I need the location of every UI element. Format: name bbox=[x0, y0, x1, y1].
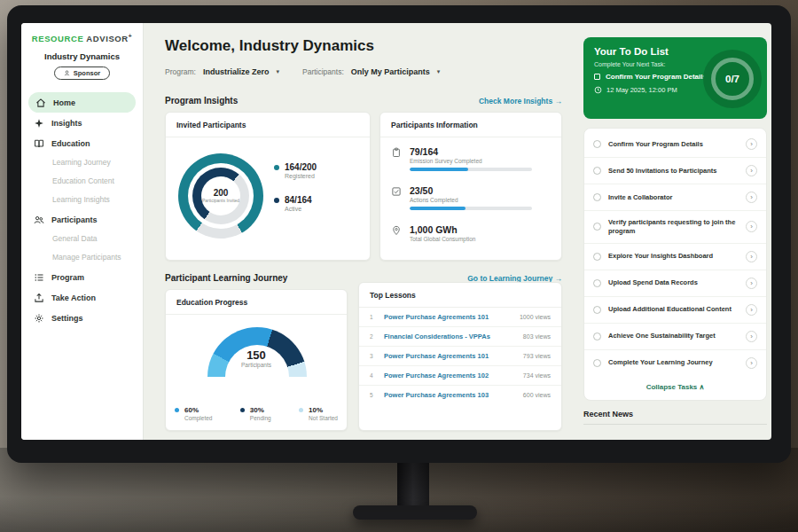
check-square-icon bbox=[391, 186, 402, 197]
participants-filter-value[interactable]: Only My Participants bbox=[351, 67, 430, 76]
sidebar-item-education-content[interactable]: Education Content bbox=[21, 172, 143, 191]
logo-plus: + bbox=[129, 33, 132, 39]
sidebar-item-general-data[interactable]: General Data bbox=[21, 230, 143, 248]
section-title: Participant Learning Journey bbox=[165, 273, 287, 283]
sponsor-badge[interactable]: Sponsor bbox=[54, 66, 110, 80]
task-row[interactable]: Verify participants requesting to join t… bbox=[584, 211, 766, 244]
chevron-right-icon[interactable]: › bbox=[746, 138, 757, 150]
participants-filter-label: Participants: bbox=[302, 67, 344, 76]
todo-tasks-card: Confirm Your Program Details › Send 50 I… bbox=[583, 128, 767, 401]
info-row-emission: 79/164 Emission Survey Completed bbox=[391, 146, 551, 171]
progress-fill bbox=[410, 207, 466, 210]
task-checkbox[interactable] bbox=[593, 167, 601, 175]
task-row[interactable]: Complete Your Learning Journey › bbox=[584, 350, 766, 376]
chevron-right-icon[interactable]: › bbox=[746, 304, 757, 316]
sidebar-item-program[interactable]: Program bbox=[21, 267, 143, 287]
chevron-down-icon[interactable]: ▾ bbox=[437, 68, 441, 75]
chevron-down-icon[interactable]: ▾ bbox=[276, 68, 279, 75]
program-filter-value[interactable]: Industrialize Zero bbox=[203, 67, 270, 76]
task-checkbox[interactable] bbox=[593, 223, 601, 231]
task-checkbox[interactable] bbox=[593, 253, 601, 261]
sidebar-item-label: Settings bbox=[51, 314, 83, 323]
chevron-right-icon[interactable]: › bbox=[746, 331, 757, 342]
top-lessons-card: Top Lessons 1 Power Purchase Agreements … bbox=[358, 282, 562, 431]
sidebar-nav: Home Insights Education Learning Journey… bbox=[21, 92, 143, 328]
legend-item-not-started: 10% Not Started bbox=[299, 406, 338, 421]
task-row[interactable]: Explore Your Insights Dashboard › bbox=[584, 244, 766, 270]
donut-legend: 164/200 Registered 84/164 Active bbox=[274, 162, 317, 212]
list-icon bbox=[34, 272, 44, 283]
task-checkbox[interactable] bbox=[593, 359, 601, 367]
collapse-tasks-link[interactable]: Collapse Tasks ∧ bbox=[584, 376, 766, 397]
sidebar-item-manage-participants[interactable]: Manage Participants bbox=[21, 248, 143, 267]
task-checkbox[interactable] bbox=[594, 74, 600, 80]
lesson-row: 4 Power Purchase Agreements 102 734 view… bbox=[359, 366, 561, 386]
sidebar-item-label: Participants bbox=[51, 215, 98, 224]
chevron-right-icon[interactable]: › bbox=[746, 357, 757, 369]
sidebar-item-education[interactable]: Education bbox=[21, 133, 143, 153]
task-row[interactable]: Send 50 Invitations to Participants › bbox=[584, 158, 766, 184]
sidebar-item-participants[interactable]: Participants bbox=[21, 209, 143, 230]
card-title: Top Lessons bbox=[359, 283, 561, 308]
info-row-actions: 23/50 Actions Completed bbox=[391, 185, 551, 210]
sidebar-item-take-action[interactable]: Take Action bbox=[21, 287, 143, 308]
task-row[interactable]: Upload Spend Data Records › bbox=[584, 270, 766, 297]
sidebar-item-insights[interactable]: Insights bbox=[21, 113, 143, 133]
card-title: Participants Information bbox=[380, 113, 561, 137]
task-row[interactable]: Confirm Your Program Details › bbox=[584, 131, 766, 158]
org-name: Industry Dynamics bbox=[21, 51, 143, 61]
lesson-link[interactable]: Power Purchase Agreements 103 bbox=[384, 391, 516, 399]
lesson-link[interactable]: Power Purchase Agreements 101 bbox=[384, 313, 512, 321]
arrow-right-icon: → bbox=[555, 97, 563, 106]
todo-summary-card: Your To Do List Complete Your Next Task:… bbox=[583, 37, 767, 119]
task-checkbox[interactable] bbox=[593, 193, 601, 201]
lesson-link[interactable]: Power Purchase Agreements 101 bbox=[384, 352, 516, 360]
dashboard-screen: RESOURCE ADVISOR+ Industry Dynamics Spon… bbox=[21, 23, 771, 440]
sidebar-item-label: Education bbox=[51, 139, 90, 148]
info-row-consumption: 1,000 GWh Total Global Consumption bbox=[391, 224, 551, 242]
todo-progress-ring: 0/7 bbox=[711, 58, 754, 100]
task-checkbox[interactable] bbox=[593, 140, 601, 148]
gear-icon bbox=[34, 313, 44, 324]
chevron-right-icon[interactable]: › bbox=[746, 165, 757, 176]
sidebar-item-home[interactable]: Home bbox=[28, 92, 136, 113]
task-row[interactable]: Upload Additional Educational Content › bbox=[584, 297, 766, 324]
lesson-link[interactable]: Power Purchase Agreements 102 bbox=[384, 372, 516, 379]
invited-participants-card: Invited Participants 200 Participants In… bbox=[165, 112, 371, 261]
chevron-right-icon[interactable]: › bbox=[746, 221, 757, 232]
todo-progress-value: 0/7 bbox=[725, 74, 739, 84]
monitor-bezel: RESOURCE ADVISOR+ Industry Dynamics Spon… bbox=[7, 5, 791, 463]
legend-item-active: 84/164 Active bbox=[274, 195, 317, 212]
main-content: Welcome, Industry Dynamics Program: Indu… bbox=[144, 23, 576, 440]
task-row[interactable]: Invite a Collaborator › bbox=[584, 184, 766, 211]
clipboard-icon bbox=[391, 147, 402, 158]
lesson-row: 2 Financial Considerations - VPPAs 803 v… bbox=[359, 327, 561, 347]
lesson-row: 5 Power Purchase Agreements 103 600 view… bbox=[359, 386, 561, 404]
legend-dot bbox=[274, 198, 279, 203]
donut-center-label: Participants Invited bbox=[202, 198, 239, 204]
progress-fill bbox=[410, 168, 468, 171]
donut-center-value: 200 bbox=[214, 188, 229, 198]
app-logo: RESOURCE ADVISOR+ bbox=[21, 23, 143, 43]
sidebar-item-learning-insights[interactable]: Learning Insights bbox=[21, 191, 143, 209]
chevron-right-icon[interactable]: › bbox=[746, 192, 757, 203]
task-checkbox[interactable] bbox=[593, 306, 601, 314]
progress-bar bbox=[410, 168, 532, 171]
task-row[interactable]: Achieve One Sustainability Target › bbox=[584, 324, 766, 350]
person-icon bbox=[64, 70, 70, 76]
check-more-insights-link[interactable]: Check More Insights → bbox=[479, 97, 562, 106]
sidebar-item-settings[interactable]: Settings bbox=[21, 308, 143, 328]
go-to-learning-journey-link[interactable]: Go to Learning Journey → bbox=[467, 274, 562, 283]
participants-info-card: Participants Information 79/164 Emission… bbox=[379, 112, 562, 261]
clock-icon bbox=[594, 86, 602, 94]
lesson-link[interactable]: Financial Considerations - VPPAs bbox=[384, 332, 516, 340]
task-checkbox[interactable] bbox=[593, 332, 601, 340]
book-icon bbox=[34, 138, 44, 149]
sidebar-item-learning-journey[interactable]: Learning Journey bbox=[21, 153, 143, 172]
task-checkbox[interactable] bbox=[593, 279, 601, 287]
chevron-right-icon[interactable]: › bbox=[746, 278, 757, 289]
card-title: Invited Participants bbox=[166, 113, 370, 137]
chevron-right-icon[interactable]: › bbox=[746, 251, 757, 262]
chevron-up-icon: ∧ bbox=[700, 383, 705, 391]
invited-participants-donut: 200 Participants Invited bbox=[178, 153, 263, 239]
